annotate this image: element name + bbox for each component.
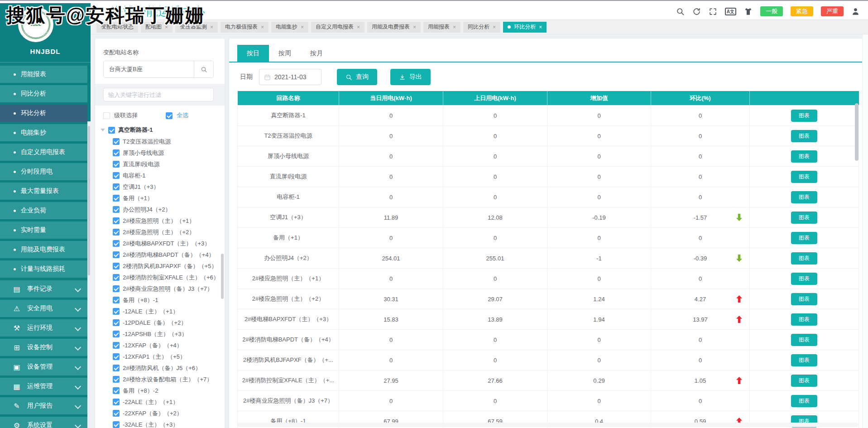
tree-checkbox[interactable] bbox=[113, 251, 120, 258]
tree-node[interactable]: 备用（+1） bbox=[101, 192, 222, 204]
workspace-tab[interactable]: 用能报表 × bbox=[423, 22, 460, 33]
tree-node[interactable]: 备用（+8）-2 bbox=[101, 385, 222, 396]
chart-button[interactable]: 图表 bbox=[791, 150, 817, 163]
sidebar-group-item[interactable]: ▣ 设备管理 bbox=[0, 358, 87, 375]
period-tab[interactable]: 按月 bbox=[301, 45, 332, 62]
tree-node[interactable]: 办公照明J4（+2） bbox=[101, 204, 222, 215]
close-icon[interactable]: × bbox=[493, 24, 496, 30]
tree-checkbox[interactable] bbox=[113, 217, 120, 224]
tree-checkbox[interactable] bbox=[113, 195, 120, 202]
chart-button[interactable]: 图表 bbox=[791, 313, 817, 326]
tree-node[interactable]: 备用（+8）-1 bbox=[101, 294, 222, 306]
chart-button[interactable]: 图表 bbox=[791, 273, 817, 285]
tree-checkbox[interactable] bbox=[113, 387, 120, 394]
sidebar-menu-item[interactable]: 用能及电费报表 bbox=[0, 241, 87, 258]
tree-node[interactable]: -32ALE（主）（+3） bbox=[101, 419, 222, 428]
tree-checkbox[interactable] bbox=[113, 183, 120, 190]
tree-checkbox[interactable] bbox=[113, 297, 120, 303]
tree-node[interactable]: T2变压器温控电源 bbox=[101, 136, 222, 147]
chart-button[interactable]: 图表 bbox=[791, 252, 817, 264]
tree-filter-input[interactable] bbox=[103, 88, 214, 101]
sidebar-group-item[interactable]: ▦ 运维管理 bbox=[0, 378, 87, 395]
close-icon[interactable]: × bbox=[453, 24, 456, 30]
sidebar-menu-item[interactable]: 环比分析 bbox=[0, 105, 87, 122]
sidebar-menu-item[interactable]: 计量与线路损耗 bbox=[0, 260, 87, 278]
tree-checkbox[interactable] bbox=[113, 365, 120, 371]
workspace-tab[interactable]: 电力极值报表 × bbox=[221, 22, 269, 33]
fullscreen-icon[interactable] bbox=[709, 7, 717, 16]
tree-checkbox[interactable] bbox=[113, 399, 120, 405]
tree-node[interactable]: -12APSHB（主）（+3） bbox=[101, 328, 222, 340]
close-icon[interactable]: × bbox=[539, 24, 542, 30]
close-icon[interactable]: × bbox=[413, 24, 416, 30]
select-all-checkbox[interactable] bbox=[166, 112, 173, 119]
tree-checkbox[interactable] bbox=[113, 274, 120, 281]
refresh-icon[interactable] bbox=[692, 7, 701, 16]
tree-node[interactable]: 2#楼消防电梯BAPDT（备）（+4） bbox=[101, 249, 222, 260]
sidebar-menu-item[interactable]: 实时需量 bbox=[0, 221, 87, 239]
workspace-tab[interactable]: 自定义用电报表 × bbox=[311, 22, 364, 33]
chart-button[interactable]: 图表 bbox=[791, 334, 817, 346]
chart-button[interactable]: 图表 bbox=[791, 191, 817, 203]
workspace-tab[interactable]: 电能集抄 × bbox=[271, 22, 308, 33]
alarm-badge-normal[interactable]: 一般 bbox=[760, 6, 783, 16]
tree-node[interactable]: -12PDALE（备）（+2） bbox=[101, 317, 222, 328]
tree-node[interactable]: 2#楼给水设备配电箱（主）（+7） bbox=[101, 374, 222, 385]
tree-checkbox[interactable] bbox=[113, 206, 120, 213]
station-search-button[interactable] bbox=[194, 61, 213, 77]
sidebar-menu-item[interactable]: 自定义用电报表 bbox=[0, 144, 87, 161]
tree-checkbox[interactable] bbox=[113, 263, 120, 269]
sidebar-menu-item[interactable]: 分时段用电 bbox=[0, 163, 87, 180]
alarm-badge-urgent[interactable]: 紧急 bbox=[791, 6, 813, 16]
tree-checkbox[interactable] bbox=[113, 240, 120, 247]
horizontal-scrollbar-track[interactable] bbox=[237, 423, 858, 427]
translate-icon[interactable]: A文 bbox=[725, 8, 736, 15]
tree-scrollbar-thumb[interactable] bbox=[221, 254, 224, 299]
tree-checkbox[interactable] bbox=[113, 172, 120, 179]
sidebar-scrollbar-thumb[interactable] bbox=[88, 126, 90, 275]
sidebar-group-item[interactable]: ⚠ 安全用电 bbox=[0, 300, 87, 317]
tree-node[interactable]: 屏顶小母线电源 bbox=[101, 147, 222, 159]
tree-node[interactable]: 电容柜-1 bbox=[101, 170, 222, 181]
table-scrollbar-thumb[interactable] bbox=[855, 103, 858, 161]
station-name-input[interactable] bbox=[104, 61, 194, 77]
alarm-badge-severe[interactable]: 严重 bbox=[821, 6, 844, 16]
chart-button[interactable]: 图表 bbox=[791, 232, 817, 244]
tree-checkbox[interactable] bbox=[113, 161, 120, 168]
tree-node[interactable]: -22ALE（主）（+1） bbox=[101, 396, 222, 408]
tree-node[interactable]: 2#楼消防控制室XFALE（主）（+6） bbox=[101, 272, 222, 283]
sidebar-group-item[interactable]: ✎ 用户报告 bbox=[0, 397, 87, 414]
workspace-tab[interactable]: 用能及电费报表 × bbox=[367, 22, 421, 33]
chart-button[interactable]: 图表 bbox=[791, 110, 817, 122]
period-tab[interactable]: 按周 bbox=[269, 45, 301, 62]
period-tab[interactable]: 按日 bbox=[237, 45, 269, 62]
theme-icon[interactable] bbox=[744, 7, 753, 16]
sidebar-group-item[interactable]: ⚙ 系统设置 bbox=[0, 417, 87, 428]
chart-button[interactable]: 图表 bbox=[791, 171, 817, 183]
tree-node[interactable]: 直流屏I段电源 bbox=[101, 159, 222, 170]
sidebar-menu-item[interactable]: 电能集抄 bbox=[0, 124, 87, 141]
workspace-tab[interactable]: 环比分析 × bbox=[503, 22, 547, 33]
tree-node[interactable]: 空调J1（+3） bbox=[101, 181, 222, 192]
tree-node[interactable]: 2#楼商业应急照明（备）J3（+7） bbox=[101, 283, 222, 294]
tree-checkbox[interactable] bbox=[113, 376, 120, 383]
tree-node-label[interactable]: 真空断路器-1 bbox=[118, 126, 153, 134]
tree-node[interactable]: 2楼消防风机BJFAPXF（备）（+5） bbox=[101, 260, 222, 272]
sidebar-menu-item[interactable]: 同比分析 bbox=[0, 85, 87, 102]
tree-checkbox[interactable] bbox=[113, 229, 120, 236]
export-button[interactable]: 导出 bbox=[390, 69, 431, 85]
chart-button[interactable]: 图表 bbox=[791, 354, 817, 366]
chart-button[interactable]: 图表 bbox=[791, 293, 817, 305]
tree-node[interactable]: 2#楼电梯BAPXFDT（主）（+3） bbox=[101, 238, 222, 249]
tree-checkbox[interactable] bbox=[113, 421, 120, 428]
chart-button[interactable]: 图表 bbox=[791, 395, 817, 407]
cascade-checkbox[interactable] bbox=[103, 112, 110, 119]
tree-checkbox[interactable] bbox=[113, 410, 120, 417]
page-scrollbar[interactable] bbox=[862, 3, 868, 428]
chart-button[interactable]: 图表 bbox=[791, 130, 817, 142]
query-button[interactable]: 查询 bbox=[337, 69, 377, 85]
user-icon[interactable] bbox=[851, 7, 860, 16]
close-icon[interactable]: × bbox=[210, 24, 213, 30]
tree-node[interactable]: -22XFAP（备）（+2） bbox=[101, 408, 222, 419]
tree-node[interactable]: 2#楼应急照明（主）（+1） bbox=[101, 215, 222, 226]
